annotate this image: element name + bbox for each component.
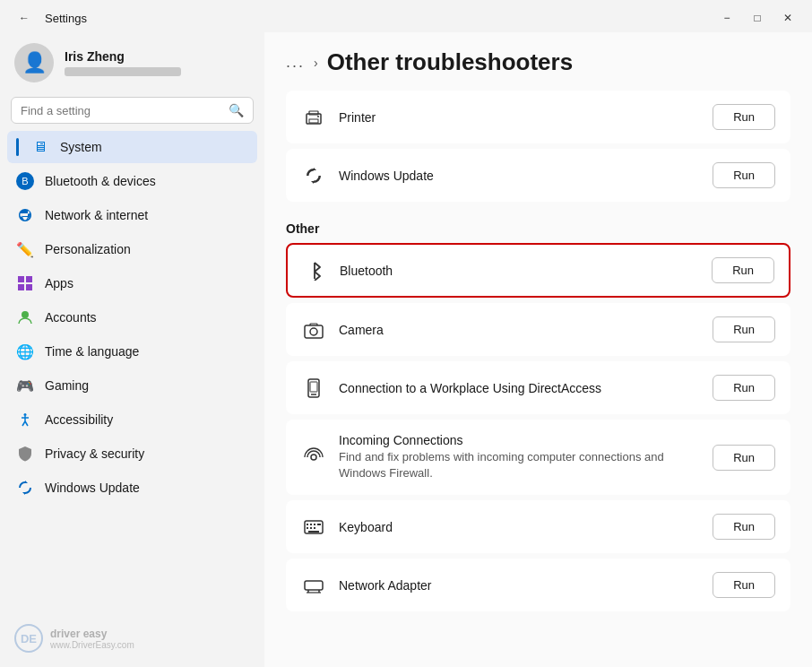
back-button[interactable]: ← [11,7,38,29]
bluetooth-icon: B [16,172,34,190]
sidebar-label-bluetooth: Bluetooth & devices [45,174,156,188]
ts-item-incoming: Incoming Connections Find and fix proble… [286,420,790,495]
system-icon: 🖥 [31,138,49,156]
run-button-windows-update[interactable]: Run [713,162,775,188]
sidebar-item-system[interactable]: 🖥 System [7,131,257,163]
search-icon: 🔍 [229,103,244,117]
avatar-icon: 👤 [22,51,47,74]
titlebar: ← Settings − □ ✕ [0,0,812,32]
ts-item-windows-update: Windows Update Run [286,149,790,202]
svg-rect-26 [310,524,312,525]
run-button-network-adapter[interactable]: Run [713,572,775,598]
apps-icon [16,274,34,292]
sidebar-item-gaming[interactable]: 🎮 Gaming [7,369,257,402]
main-layout: 👤 Iris Zheng 🔍 🖥 System B Blue [0,32,812,667]
sidebar-item-accessibility[interactable]: Accessibility [7,403,257,436]
svg-rect-30 [310,527,312,529]
ts-label-bluetooth: Bluetooth [340,264,699,278]
personalization-icon: ✏️ [16,240,34,258]
gaming-icon: 🎮 [16,377,34,394]
page-title: Other troubleshooters [327,48,573,76]
sidebar-label-system: System [60,140,102,154]
sidebar-item-windows-update[interactable]: Windows Update [7,472,257,504]
ts-item-keyboard: Keyboard Run [286,500,790,553]
run-button-printer[interactable]: Run [713,104,775,130]
nav-items: 🖥 System B Bluetooth & devices Network &… [0,131,264,504]
ts-connection-text: Connection to a Workplace Using DirectAc… [339,380,700,396]
search-box[interactable]: 🔍 [11,97,254,124]
keyboard-icon [301,515,326,540]
svg-rect-3 [26,284,32,290]
sidebar-item-bluetooth[interactable]: B Bluetooth & devices [7,165,257,197]
avatar: 👤 [14,43,54,82]
ts-label-network-adapter: Network Adapter [339,578,700,593]
network-adapter-icon [301,573,326,598]
minimize-button[interactable]: − [713,7,740,29]
driver-easy-logo: DE driver easy www.DriverEasy.com [0,606,264,656]
sidebar-label-apps: Apps [45,276,73,290]
incoming-icon [301,445,326,470]
run-button-bluetooth[interactable]: Run [712,257,774,283]
sidebar-item-network[interactable]: Network & internet [7,199,257,231]
run-button-camera[interactable]: Run [713,316,775,342]
run-button-keyboard[interactable]: Run [713,514,775,540]
ts-item-network-adapter: Network Adapter Run [286,559,790,611]
svg-rect-18 [305,325,323,338]
bluetooth-troubleshoot-icon [302,258,327,283]
svg-rect-1 [26,276,32,282]
sidebar-item-privacy[interactable]: Privacy & security [7,437,257,470]
run-button-connection[interactable]: Run [713,375,775,401]
sidebar-label-time: Time & language [45,344,139,359]
svg-rect-2 [18,284,24,290]
top-troubleshooter-list: Printer Run Windows Update Run [264,91,812,207]
run-button-incoming[interactable]: Run [713,445,775,471]
privacy-icon [16,445,34,463]
svg-marker-11 [22,492,25,495]
svg-rect-28 [317,524,321,525]
logo-circle: DE [14,624,43,653]
sidebar-item-personalization[interactable]: ✏️ Personalization [7,233,257,265]
sidebar-label-network: Network & internet [45,208,148,222]
svg-marker-16 [314,168,316,170]
svg-point-19 [310,328,317,335]
network-icon [16,206,34,224]
titlebar-left: ← Settings [11,7,87,29]
content-area: ... › Other troubleshooters Printer Run … [264,32,812,667]
svg-rect-22 [310,382,317,392]
ts-label-printer: Printer [339,110,700,125]
close-button[interactable]: ✕ [774,7,801,29]
svg-marker-10 [25,481,28,483]
maximize-button[interactable]: □ [744,7,771,29]
user-section: 👤 Iris Zheng [0,32,264,93]
search-input[interactable] [21,104,221,117]
content-header: ... › Other troubleshooters [264,32,812,91]
svg-line-8 [22,421,25,426]
other-troubleshooter-list: Bluetooth Run Camera Run Connection to a… [264,243,812,611]
sidebar-label-gaming: Gaming [45,378,89,393]
svg-rect-13 [309,111,318,115]
ts-item-bluetooth: Bluetooth Run [286,243,790,298]
ts-item-connection: Connection to a Workplace Using DirectAc… [286,361,790,414]
svg-line-9 [25,421,28,426]
camera-icon [301,317,326,342]
user-info: Iris Zheng [65,49,181,76]
sidebar-label-accessibility: Accessibility [45,412,113,427]
svg-rect-27 [314,524,315,525]
active-indicator [16,138,19,156]
svg-marker-17 [311,181,314,184]
time-icon: 🌐 [16,342,34,360]
accessibility-icon [16,411,34,429]
breadcrumb-dots[interactable]: ... [286,53,305,72]
connection-icon [301,376,326,401]
svg-rect-29 [307,527,308,529]
sidebar-item-accounts[interactable]: Accounts [7,301,257,334]
sidebar-item-apps[interactable]: Apps [7,267,257,299]
user-name: Iris Zheng [65,49,181,64]
accounts-icon [16,308,34,326]
ts-incoming-text: Incoming Connections Find and fix proble… [339,433,700,481]
sidebar-item-time[interactable]: 🌐 Time & language [7,335,257,368]
printer-icon [301,105,326,130]
ts-label-keyboard: Keyboard [339,520,700,534]
sidebar-label-windows-update: Windows Update [45,481,140,495]
windows-update-troubleshoot-icon [301,163,326,188]
